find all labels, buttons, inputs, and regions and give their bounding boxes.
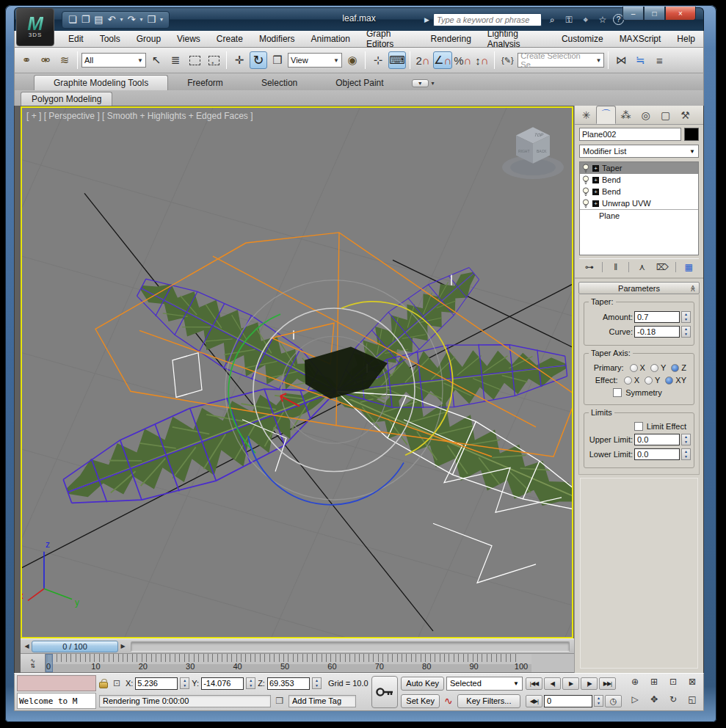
- perspective-viewport[interactable]: [ + ] [ Perspective ] [ Smooth + Highlig…: [21, 106, 573, 638]
- select-object-icon[interactable]: ↖: [148, 51, 165, 69]
- select-and-link-icon[interactable]: ⚭: [18, 51, 35, 69]
- time-slider-prev-icon[interactable]: ◀: [22, 641, 32, 652]
- macro-recorder-pane[interactable]: [17, 675, 96, 691]
- go-to-end-icon[interactable]: ▶▶|: [599, 677, 616, 690]
- play-icon[interactable]: ▶: [562, 677, 579, 690]
- time-slider-track[interactable]: [131, 641, 570, 652]
- modifier-stack-row[interactable]: + Taper: [580, 162, 698, 174]
- menu-item[interactable]: Help: [669, 32, 703, 46]
- menu-item[interactable]: Tools: [92, 32, 128, 46]
- modifier-stack-row[interactable]: + Unwrap UVW: [580, 197, 698, 209]
- base-object-row[interactable]: Plane: [580, 209, 698, 221]
- select-and-rotate-icon[interactable]: ↻: [250, 51, 267, 69]
- listener-pane[interactable]: Welcome to M: [17, 693, 96, 709]
- title-bar[interactable]: M 3DS ❏ ❐ ▤ ↶▾ ↷▾ ❒▾ leaf.max ▶ ⌕ ⚿ ⌖ ☆ …: [14, 7, 704, 31]
- menu-item[interactable]: Group: [128, 32, 169, 46]
- close-button[interactable]: ×: [665, 7, 696, 21]
- zoom-extents-icon[interactable]: ⊡: [664, 675, 682, 688]
- effect-axis-radio[interactable]: [645, 376, 653, 385]
- key-mode-toggle-icon[interactable]: ◀▶|: [526, 695, 542, 707]
- reference-coordinate-system-dropdown[interactable]: View▼: [288, 53, 342, 68]
- edit-named-selection-sets-icon[interactable]: {✎}: [498, 51, 516, 69]
- percent-snap-toggle-icon[interactable]: %∩: [454, 51, 471, 69]
- expand-modifier-icon[interactable]: +: [592, 200, 599, 207]
- menu-item[interactable]: Create: [208, 32, 251, 46]
- collapse-rollout-icon[interactable]: ≪: [689, 285, 696, 291]
- unlink-selection-icon[interactable]: ⚮: [37, 51, 54, 69]
- command-panel-tab-icon[interactable]: ⁂: [616, 106, 636, 124]
- z-coord-spinner[interactable]: ▲▼: [312, 677, 322, 689]
- primary-axis-radio[interactable]: [650, 364, 658, 372]
- object-name-field[interactable]: Plane002: [579, 128, 681, 141]
- viewcube-left-label[interactable]: RIGHT: [518, 149, 530, 153]
- frame-spinner[interactable]: ▲▼: [594, 695, 603, 707]
- communication-center-icon[interactable]: ⌖: [579, 14, 592, 26]
- mirror-icon[interactable]: ⋈: [612, 51, 630, 69]
- zoom-all-icon[interactable]: ⊞: [645, 675, 663, 688]
- lower-limit-field[interactable]: 0.0: [634, 448, 680, 460]
- keyboard-shortcut-override-icon[interactable]: ⌨: [388, 51, 406, 69]
- rotate-gizmo-z-axis[interactable]: [248, 436, 404, 505]
- spinner-snap-toggle-icon[interactable]: ↕∩: [473, 51, 490, 69]
- add-time-tag[interactable]: Add Time Tag: [288, 695, 356, 707]
- select-and-move-icon[interactable]: ✛: [230, 51, 248, 69]
- ribbon-minimize-control[interactable]: ▼ ▾: [412, 79, 435, 90]
- named-selection-sets-dropdown[interactable]: Create Selection Se▼: [518, 53, 604, 68]
- select-and-manipulate-icon[interactable]: ⊹: [369, 51, 387, 69]
- align-icon[interactable]: ≒: [631, 51, 649, 69]
- default-tangents-icon[interactable]: ∿: [442, 695, 455, 707]
- amount-spinner[interactable]: ▲▼: [681, 311, 691, 323]
- command-panel-tab-icon[interactable]: ✳: [576, 106, 596, 124]
- y-coord-spinner[interactable]: ▲▼: [246, 677, 255, 689]
- ribbon-tab[interactable]: Selection: [242, 76, 316, 90]
- viewcube-top-label[interactable]: TOP: [534, 133, 545, 138]
- window-crossing-icon[interactable]: [205, 51, 222, 69]
- time-slider-next-icon[interactable]: ▶: [118, 641, 128, 652]
- select-and-scale-icon[interactable]: ❒: [269, 51, 286, 69]
- search-input[interactable]: [433, 13, 542, 26]
- orbit-icon[interactable]: ↻: [664, 693, 682, 705]
- use-pivot-point-center-icon[interactable]: ◉: [344, 51, 361, 69]
- effect-axis-radio[interactable]: [624, 376, 632, 385]
- object-color-swatch[interactable]: [684, 128, 699, 141]
- ribbon-tab[interactable]: Graphite Modeling Tools: [34, 75, 168, 90]
- angle-snap-toggle-icon[interactable]: ∠∩: [433, 51, 452, 69]
- current-frame-field[interactable]: 0: [544, 695, 592, 707]
- x-coord-spinner[interactable]: ▲▼: [180, 677, 189, 689]
- zoom-extents-all-icon[interactable]: ⊠: [683, 675, 701, 688]
- field-of-view-icon[interactable]: ▷: [626, 693, 644, 705]
- upper-limit-spinner[interactable]: ▲▼: [681, 434, 691, 445]
- make-unique-icon[interactable]: ⋏: [635, 262, 650, 272]
- modifier-bulb-icon[interactable]: [582, 187, 589, 197]
- track-bar-ruler[interactable]: 0102030405060708090100: [46, 654, 531, 672]
- auto-key-button[interactable]: Auto Key: [401, 677, 444, 691]
- viewcube[interactable]: TOP RIGHT BACK: [502, 127, 564, 179]
- primary-axis-radio[interactable]: [671, 364, 679, 372]
- menu-item[interactable]: Rendering: [422, 32, 479, 46]
- mini-curve-editor-icon[interactable]: ∿⇅: [21, 654, 46, 672]
- parameters-rollout-header[interactable]: Parameters ≪: [578, 282, 700, 294]
- show-end-result-icon[interactable]: ‖: [609, 262, 623, 272]
- expand-modifier-icon[interactable]: +: [592, 189, 599, 195]
- key-filters-button[interactable]: Key Filters...: [457, 694, 520, 708]
- expand-modifier-icon[interactable]: +: [592, 165, 599, 172]
- set-keys-button[interactable]: [371, 676, 399, 708]
- key-selection-dropdown[interactable]: Selected ▼: [446, 677, 523, 691]
- rectangular-selection-region-icon[interactable]: [186, 51, 203, 69]
- menu-item[interactable]: Animation: [303, 32, 358, 46]
- ribbon-tab[interactable]: Freeform: [168, 76, 242, 90]
- lower-limit-spinner[interactable]: ▲▼: [681, 448, 691, 460]
- menu-item[interactable]: Views: [169, 32, 208, 46]
- pan-icon[interactable]: ✥: [645, 693, 663, 705]
- x-coord-field[interactable]: 5.236: [135, 677, 178, 690]
- isolate-selection-icon[interactable]: ❒: [273, 696, 286, 706]
- go-to-start-icon[interactable]: |◀◀: [526, 677, 542, 690]
- previous-frame-icon[interactable]: ◀|: [544, 677, 561, 690]
- ribbon-tab[interactable]: Object Paint: [316, 76, 402, 90]
- modifier-stack-row[interactable]: + Bend: [580, 186, 698, 197]
- modifier-list-dropdown[interactable]: Modifier List ▼: [579, 145, 699, 158]
- time-configuration-icon[interactable]: ◷: [605, 695, 622, 707]
- set-key-button[interactable]: Set Key: [401, 694, 440, 708]
- maximize-button[interactable]: □: [644, 7, 665, 21]
- amount-field[interactable]: 0.7: [634, 311, 680, 323]
